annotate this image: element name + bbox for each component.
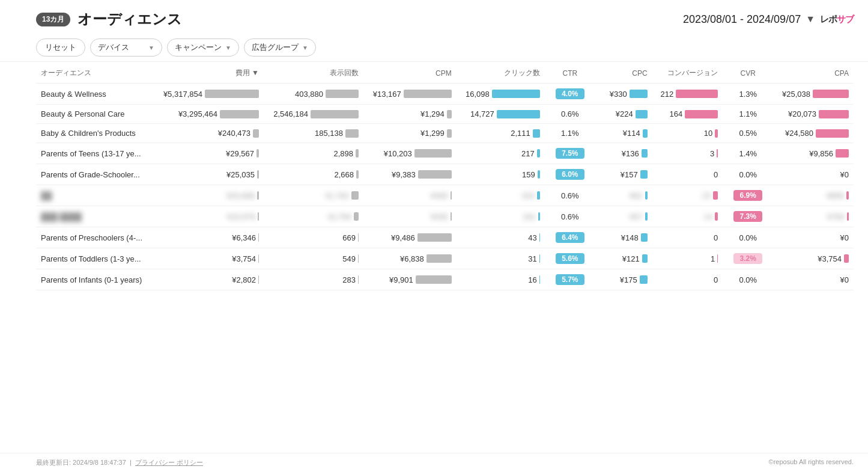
value-bar	[640, 275, 648, 284]
adgroup-dropdown-icon: ▼	[302, 44, 308, 51]
cell-value: ¥121	[595, 248, 652, 269]
value-bar	[257, 170, 259, 179]
value-bar	[717, 254, 718, 263]
page-title: オーディエンス	[77, 10, 182, 29]
value-bar	[258, 275, 259, 284]
table-row: ███ ████¥10,97832,784¥3351910.6%¥57147.3…	[36, 206, 854, 227]
cell-value: ¥0	[773, 227, 854, 248]
device-dropdown-icon: ▼	[148, 44, 154, 51]
value-bar	[539, 254, 540, 263]
value-bar	[642, 149, 648, 158]
cell-value: ¥9,383	[363, 164, 457, 185]
value-bar	[258, 233, 259, 242]
cell-value: ¥5,317,854	[153, 84, 264, 105]
audience-name: Parents of Toddlers (1-3 ye...	[36, 248, 153, 269]
value-bar	[257, 191, 259, 200]
privacy-link[interactable]: プライバシー ポリシー	[135, 459, 203, 466]
cell-value: ¥20,073	[773, 105, 854, 124]
value-bar	[640, 170, 648, 179]
ctr-cell: 0.6%	[545, 185, 595, 206]
audience-name: Beauty & Wellness	[36, 84, 153, 105]
adgroup-label: 広告グループ	[252, 42, 299, 53]
value-bar	[539, 233, 540, 242]
ctr-cell: 0.6%	[545, 206, 595, 227]
adgroup-dropdown[interactable]: 広告グループ ▼	[244, 38, 316, 57]
cell-value: ¥136	[595, 143, 652, 164]
header: 13カ月 オーディエンス 2023/08/01 - 2024/09/07 ▼ レ…	[0, 0, 868, 34]
cell-value: 185,138	[264, 124, 363, 143]
cvr-cell: 3.2%	[723, 248, 773, 269]
cell-value: 16	[457, 269, 545, 290]
value-bar	[417, 233, 452, 242]
cell-value: ¥0	[773, 164, 854, 185]
value-bar	[345, 129, 359, 138]
cell-value: ¥9,901	[363, 269, 457, 290]
cell-value: 283	[264, 269, 363, 290]
cell-value: 16,098	[457, 84, 545, 105]
cell-value: 14,727	[457, 105, 545, 124]
audience-name: Parents of Preschoolers (4-...	[36, 227, 153, 248]
campaign-dropdown[interactable]: キャンペーン ▼	[167, 38, 239, 57]
audience-name: Beauty & Personal Care	[36, 105, 153, 124]
cell-value: 10	[652, 124, 723, 143]
cell-value: ¥335	[363, 206, 457, 227]
data-table: オーディエンス 費用 ▼ 表示回数 CPM クリック数 CTR CPC コンバー…	[36, 62, 854, 290]
value-bar	[358, 233, 359, 242]
value-bar	[258, 212, 259, 221]
cell-value: ¥57	[595, 206, 652, 227]
value-bar	[643, 129, 648, 138]
value-bar	[819, 110, 849, 118]
device-dropdown[interactable]: デバイス ▼	[90, 38, 162, 57]
value-bar	[356, 170, 359, 179]
cvr-cell: 1.1%	[723, 105, 773, 124]
table-row: Parents of Grade-Schooler...¥25,0352,668…	[36, 164, 854, 185]
value-bar	[418, 170, 452, 179]
table-row: Beauty & Personal Care¥3,295,4642,546,18…	[36, 105, 854, 124]
cvr-cell: 6.9%	[723, 185, 773, 206]
cell-value: ¥3,295,464	[153, 105, 264, 124]
table-row: Parents of Infants (0-1 years)¥2,802283¥…	[36, 269, 854, 290]
cell-value: 2,668	[264, 164, 363, 185]
footer-right: ©reposub All rights reserved.	[769, 458, 854, 467]
ctr-cell: 5.7%	[545, 269, 595, 290]
reset-button[interactable]: リセット	[36, 38, 85, 57]
table-row: Baby & Children's Products¥240,473185,13…	[36, 124, 854, 143]
cell-value: ¥899	[773, 185, 854, 206]
cell-value: 51,763	[264, 185, 363, 206]
cvr-cell: 1.4%	[723, 143, 773, 164]
audience-name: ██	[36, 185, 153, 206]
date-range: 2023/08/01 - 2024/09/07	[683, 13, 801, 26]
table-row: Parents of Toddlers (1-3 ye...¥3,754549¥…	[36, 248, 854, 269]
cell-value: 0	[652, 269, 723, 290]
cell-value: ¥3,754	[153, 248, 264, 269]
cell-value: ¥13,167	[363, 84, 457, 105]
cvr-cell: 0.0%	[723, 227, 773, 248]
cell-value: ¥25,038	[773, 84, 854, 105]
header-right: 2023/08/01 - 2024/09/07 ▼ レポサブ	[683, 13, 854, 26]
cell-value: 191	[457, 206, 545, 227]
value-bar	[645, 191, 648, 200]
col-cost[interactable]: 費用 ▼	[153, 62, 264, 84]
value-bar	[630, 90, 648, 98]
value-bar	[416, 275, 452, 284]
cell-value: 2,111	[457, 124, 545, 143]
value-bar	[713, 191, 718, 200]
value-bar	[426, 254, 452, 263]
value-bar	[537, 149, 540, 158]
date-dropdown-icon[interactable]: ▼	[806, 14, 815, 25]
table-row: ██¥20,68851,763¥4003330.6%¥62236.9%¥899	[36, 185, 854, 206]
value-bar	[258, 254, 259, 263]
value-bar	[492, 90, 540, 98]
cvr-cell: 7.3%	[723, 206, 773, 227]
cell-value: ¥24,580	[773, 124, 854, 143]
value-bar	[311, 110, 359, 118]
copyright: ©reposub All rights reserved.	[769, 458, 854, 465]
cell-value: ¥10,203	[363, 143, 457, 164]
value-bar	[358, 275, 359, 284]
audience-name: Parents of Teens (13-17 ye...	[36, 143, 153, 164]
value-bar	[404, 90, 452, 98]
col-cvr: CVR	[723, 62, 773, 84]
value-bar	[836, 149, 849, 158]
logo: レポサブ	[820, 14, 854, 25]
col-ctr: CTR	[545, 62, 595, 84]
